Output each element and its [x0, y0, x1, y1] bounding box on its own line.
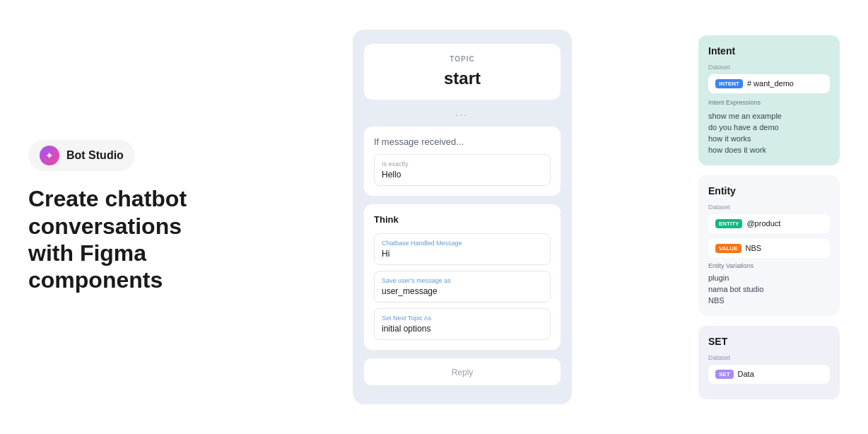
- topic-card: TOPIC start: [364, 44, 561, 100]
- expression-item: how it works: [708, 133, 830, 144]
- set-dataset-label: Dataset: [708, 354, 830, 361]
- think-card: Think Chatbase Handled Message Hi Save u…: [364, 204, 561, 350]
- expressions-label: Intent Expressions: [708, 99, 830, 106]
- is-exactly-value: Hello: [382, 170, 543, 180]
- set-next-field[interactable]: Set Next Topic As initial options: [374, 308, 551, 340]
- expression-item: do you have a demo: [708, 122, 830, 133]
- if-message-title: If message received...: [374, 136, 551, 147]
- variation-item: nama bot studio: [708, 283, 830, 295]
- reply-label: Reply: [452, 368, 474, 377]
- entity-panel-title: Entity: [708, 185, 830, 197]
- is-exactly-field[interactable]: Is exactly Hello: [374, 154, 551, 186]
- if-message-card: If message received... Is exactly Hello: [364, 127, 561, 196]
- right-section: Intent Dataset INTENT # want_demo Intent…: [698, 35, 840, 399]
- set-next-label: Set Next Topic As: [382, 315, 543, 322]
- variation-item: NBS: [708, 295, 830, 306]
- intent-tag: INTENT: [715, 79, 743, 88]
- variations-label: Entity Variations: [708, 262, 830, 269]
- save-message-value: user_message: [382, 286, 543, 296]
- set-next-value: initial options: [382, 324, 543, 334]
- set-tag-row: SET Data: [708, 365, 830, 384]
- value-tag-row: VALUE NBS: [708, 239, 830, 258]
- page-container: ✦ Bot Studio Create chatbot conversation…: [0, 0, 868, 434]
- chatbase-label: Chatbase Handled Message: [382, 240, 543, 247]
- expression-item: how does it work: [708, 144, 830, 156]
- chatbase-field[interactable]: Chatbase Handled Message Hi: [374, 233, 551, 265]
- expressions-list: show me an example do you have a demo ho…: [708, 110, 830, 156]
- set-tag: SET: [715, 370, 734, 379]
- dots-separator: ...: [364, 108, 561, 118]
- intent-dataset-label: Dataset: [708, 64, 830, 71]
- hero-text: Create chatbot conversations with Figma …: [28, 185, 226, 294]
- set-tag-value: Data: [738, 370, 754, 378]
- left-section: ✦ Bot Studio Create chatbot conversation…: [28, 140, 226, 294]
- variations-list: plugin nama bot studio NBS: [708, 272, 830, 306]
- reply-bar[interactable]: Reply: [364, 358, 561, 385]
- entity-tag-row: ENTITY @product: [708, 214, 830, 233]
- think-title: Think: [374, 214, 551, 225]
- bot-studio-mockup: TOPIC start ... If message received... I…: [353, 30, 572, 404]
- intent-tag-value: # want_demo: [747, 79, 794, 88]
- entity-dataset-label: Dataset: [708, 204, 830, 211]
- center-section: TOPIC start ... If message received... I…: [269, 30, 656, 404]
- save-message-label: Save user's message as: [382, 277, 543, 284]
- set-panel-title: SET: [708, 336, 830, 347]
- brand-icon: ✦: [40, 146, 59, 165]
- value-tag: VALUE: [715, 244, 741, 253]
- chatbase-value: Hi: [382, 249, 543, 259]
- entity-panel: Entity Dataset ENTITY @product VALUE NBS…: [698, 175, 840, 316]
- topic-title: start: [375, 69, 549, 88]
- intent-panel: Intent Dataset INTENT # want_demo Intent…: [698, 35, 840, 165]
- brand-badge: ✦ Bot Studio: [28, 140, 135, 171]
- entity-tag-value: @product: [746, 219, 780, 228]
- variation-item: plugin: [708, 272, 830, 283]
- entity-tag: ENTITY: [715, 219, 742, 228]
- set-panel: SET Dataset SET Data: [698, 326, 840, 399]
- intent-panel-title: Intent: [708, 45, 830, 57]
- is-exactly-label: Is exactly: [382, 160, 543, 168]
- expression-item: show me an example: [708, 110, 830, 122]
- topic-label: TOPIC: [375, 55, 549, 63]
- save-message-field[interactable]: Save user's message as user_message: [374, 271, 551, 303]
- intent-tag-row: INTENT # want_demo: [708, 74, 830, 93]
- brand-name: Bot Studio: [66, 149, 124, 162]
- value-tag-value: NBS: [746, 244, 762, 252]
